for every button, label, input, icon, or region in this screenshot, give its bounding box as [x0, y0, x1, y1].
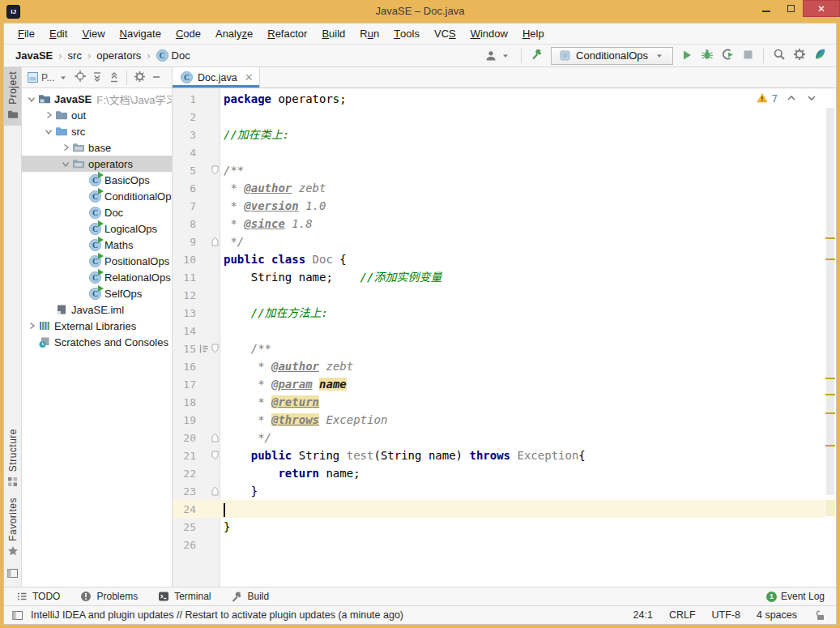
debug-button[interactable]	[701, 48, 714, 63]
warning-stripe-mark[interactable]	[825, 237, 835, 239]
tool-window-button-terminal[interactable]: Terminal	[157, 590, 211, 603]
next-warning-icon[interactable]	[805, 92, 818, 105]
stripe-button-favorites[interactable]: Favorites	[4, 493, 21, 562]
menu-navigate[interactable]: Navigate	[113, 23, 168, 44]
chevron-right-icon[interactable]	[25, 319, 38, 332]
user-menu-button[interactable]	[484, 49, 512, 62]
warning-stripe-mark[interactable]	[825, 412, 835, 414]
project-panel-toolbar: P...	[22, 67, 172, 88]
tree-item-src[interactable]: src	[22, 123, 172, 139]
tree-item-javase-iml[interactable]: JavaSE.iml	[22, 301, 172, 318]
tree-item-external-libraries[interactable]: External Libraries	[22, 318, 172, 334]
tree-item-operators[interactable]: operators	[22, 156, 172, 172]
chevron-down-icon[interactable]	[59, 157, 72, 170]
tool-window-switcher-button[interactable]	[6, 562, 19, 587]
maximize-button[interactable]	[778, 0, 803, 17]
tree-item-positionalops[interactable]: CPositionalOps	[22, 253, 172, 269]
breadcrumb-item-javase[interactable]: JavaSE	[15, 49, 53, 62]
class-icon: C	[156, 49, 168, 62]
close-tab-icon[interactable]: ✕	[245, 72, 254, 83]
indent-setting[interactable]: 4 spaces	[757, 609, 797, 621]
ide-updates-button[interactable]	[813, 48, 826, 64]
tree-item-selfops[interactable]: CSelfOps	[22, 285, 172, 301]
menu-analyze[interactable]: Analyze	[208, 23, 260, 44]
chevron-right-icon[interactable]	[42, 109, 55, 122]
menu-refactor[interactable]: Refactor	[260, 23, 314, 44]
todo-list-icon	[15, 590, 28, 603]
tree-item-scratches-and-consoles[interactable]: Scratches and Consoles	[22, 334, 172, 350]
hide-panel-button[interactable]	[150, 70, 163, 84]
build-project-button[interactable]	[531, 48, 544, 63]
warning-stripe-mark[interactable]	[825, 445, 835, 446]
panel-settings-button[interactable]	[133, 70, 146, 85]
stripe-button-structure[interactable]: Structure	[4, 425, 21, 493]
locate-file-button[interactable]	[74, 70, 87, 85]
menu-vcs[interactable]: VCS	[427, 23, 463, 44]
breadcrumb: JavaSE›src›operators›CDoc	[15, 49, 190, 62]
line-separator[interactable]: CRLF	[669, 609, 696, 621]
run-button[interactable]	[680, 49, 693, 63]
tool-window-button-problems[interactable]: Problems	[79, 590, 138, 603]
menu-help[interactable]: Help	[515, 23, 552, 44]
tool-window-button-build[interactable]: Build	[231, 590, 270, 603]
tree-item-relationalops[interactable]: CRelationalOps	[22, 269, 172, 285]
tree-item-basicops[interactable]: CBasicOps	[22, 172, 172, 188]
collapse-all-button[interactable]	[108, 70, 121, 85]
previous-warning-icon[interactable]	[785, 92, 798, 105]
code-area[interactable]: 1package operators;23//加在类上:45/**6 * @au…	[173, 90, 825, 553]
chevron-down-icon[interactable]	[25, 92, 38, 105]
warning-stripe-mark[interactable]	[825, 378, 835, 379]
tool-window-switcher-icon[interactable]	[11, 609, 23, 622]
tree-item-base[interactable]: base	[22, 139, 172, 156]
tree-item-out[interactable]: out	[22, 107, 172, 123]
tree-item-javase[interactable]: JavaSEF:\文档\Java学习	[22, 91, 172, 107]
breadcrumb-item-doc[interactable]: CDoc	[156, 49, 190, 62]
coverage-button[interactable]	[721, 48, 734, 63]
file-encoding[interactable]: UTF-8	[712, 609, 740, 621]
warning-stripe-mark[interactable]	[825, 258, 835, 260]
chevron-down-icon[interactable]	[42, 125, 55, 138]
project-view-selector[interactable]: P...	[26, 71, 70, 84]
event-log-button[interactable]: 1 Event Log	[766, 591, 825, 602]
locate-file-icon	[74, 70, 87, 83]
tool-window-button-todo[interactable]: TODO	[15, 590, 60, 603]
caret-position[interactable]: 24:1	[633, 609, 653, 621]
project-tree[interactable]: JavaSEF:\文档\Java学习outsrcbaseoperatorsCBa…	[22, 88, 172, 587]
code-editor[interactable]: 1package operators;23//加在类上:45/**6 * @au…	[173, 88, 836, 587]
expand-all-button[interactable]	[91, 70, 104, 85]
warning-stripe-mark[interactable]	[825, 394, 835, 395]
text-caret	[224, 503, 225, 517]
status-message[interactable]: IntelliJ IDEA and plugin updates // Rest…	[31, 609, 403, 621]
code-line-8: 8 * @since 1.8	[173, 215, 825, 233]
menu-code[interactable]: Code	[168, 23, 208, 44]
stripe-button-project[interactable]: Project	[4, 67, 21, 126]
menu-build[interactable]: Build	[314, 23, 352, 44]
menu-edit[interactable]: Edit	[42, 23, 75, 44]
chevron-right-icon[interactable]	[59, 141, 72, 154]
close-button[interactable]: ✕	[803, 0, 840, 17]
run-configuration-select[interactable]: ConditionalOps	[551, 47, 673, 65]
toolbar-divider	[521, 49, 522, 63]
settings-button[interactable]	[793, 48, 806, 63]
error-stripe-scrollbar[interactable]	[825, 88, 836, 587]
tree-item-doc[interactable]: CDoc	[22, 204, 172, 220]
tab-doc-java[interactable]: C Doc.java ✕	[173, 67, 260, 88]
breadcrumb-item-src[interactable]: src	[68, 49, 82, 62]
search-everywhere-button[interactable]	[773, 48, 786, 63]
lock-open-icon[interactable]	[813, 609, 826, 622]
breadcrumb-item-operators[interactable]: operators	[96, 49, 141, 62]
package-folder-icon	[72, 141, 85, 154]
menu-window[interactable]: Window	[463, 23, 515, 44]
stop-button[interactable]	[741, 49, 754, 63]
menu-run[interactable]: Run	[352, 23, 386, 44]
scrollbar-thumb[interactable]	[826, 108, 834, 495]
ide-window: IJ JavaSE – Doc.java ✕ FileEditViewNavig…	[0, 0, 840, 628]
tree-item-logicalops[interactable]: CLogicalOps	[22, 220, 172, 237]
title-bar: IJ JavaSE – Doc.java ✕	[0, 0, 840, 23]
tree-item-maths[interactable]: CMaths	[22, 237, 172, 253]
menu-file[interactable]: File	[11, 23, 42, 44]
tree-item-conditionalops[interactable]: CConditionalOps	[22, 188, 172, 204]
minimize-button[interactable]	[754, 0, 778, 17]
menu-view[interactable]: View	[75, 23, 112, 44]
menu-tools[interactable]: Tools	[386, 23, 427, 44]
